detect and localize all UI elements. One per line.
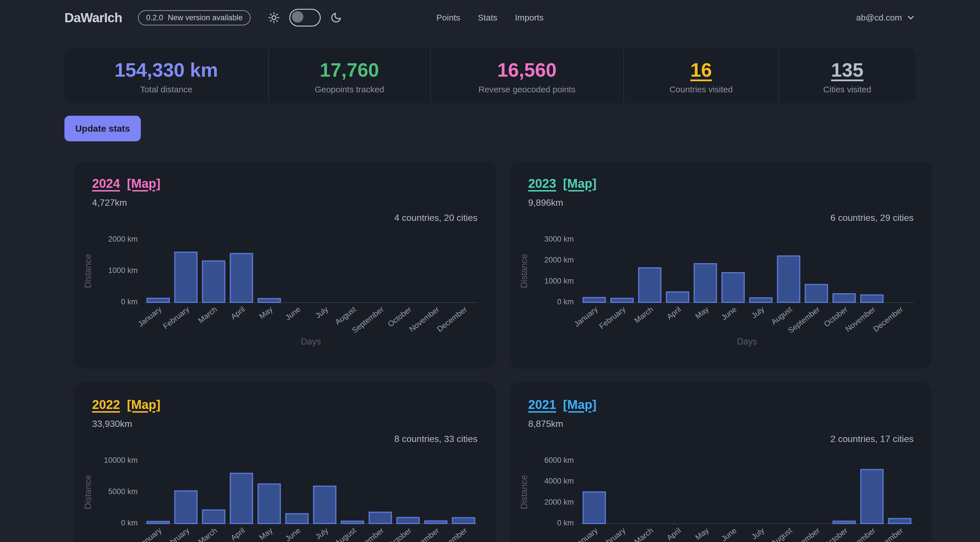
monthly-distance-chart: 0 km1000 km2000 km3000 kmJanuaryFebruary… — [515, 233, 913, 351]
svg-text:July: July — [750, 526, 766, 542]
year-card-2022: 2022 [Map] 33,930km 8 countries, 33 citi… — [74, 382, 496, 542]
nav-item-imports[interactable]: Imports — [515, 13, 544, 22]
stat-geopoints: 17,760 Geopoints tracked — [268, 48, 430, 103]
svg-text:January: January — [136, 526, 163, 542]
svg-text:July: July — [750, 305, 766, 320]
svg-text:May: May — [694, 526, 710, 542]
bar-chart-2023: 0 km1000 km2000 km3000 kmJanuaryFebruary… — [515, 233, 913, 350]
svg-text:0 km: 0 km — [557, 297, 574, 306]
summary-text: 4 countries, 20 cities — [92, 213, 477, 223]
svg-text:August: August — [770, 305, 794, 327]
theme-toggle[interactable] — [290, 9, 321, 27]
distance-text: 8,875km — [528, 419, 913, 429]
svg-text:February: February — [161, 526, 191, 542]
year-link[interactable]: 2023 — [528, 176, 556, 190]
stat-label: Geopoints tracked — [315, 85, 384, 94]
svg-text:July: July — [314, 526, 330, 542]
version-badge[interactable]: 0.2.0 New version available — [138, 10, 251, 25]
dashboard-page: DaWarIch 0.2.0 New version available — [0, 0, 980, 542]
toggle-knob — [292, 11, 303, 22]
summary-text: 6 countries, 29 cities — [528, 213, 913, 223]
main-nav: Points Stats Imports — [436, 13, 544, 22]
user-email: ab@cd.com — [856, 13, 902, 22]
year-link[interactable]: 2022 — [92, 397, 120, 412]
nav-item-stats[interactable]: Stats — [478, 13, 497, 22]
svg-text:May: May — [258, 305, 274, 321]
svg-text:1000 km: 1000 km — [108, 266, 138, 275]
stat-value: 154,330 km — [115, 59, 218, 81]
svg-text:April: April — [665, 526, 683, 542]
svg-text:December: December — [435, 526, 469, 542]
summary-text: 2 countries, 17 cities — [528, 434, 913, 444]
svg-text:3000 km: 3000 km — [544, 235, 574, 243]
svg-text:June: June — [284, 526, 302, 542]
svg-text:March: March — [197, 305, 219, 325]
svg-text:10000 km: 10000 km — [104, 456, 138, 464]
bar-chart-2022: 0 km5000 km10000 kmJanuaryFebruaryMarchA… — [80, 454, 477, 542]
svg-text:October: October — [822, 305, 849, 329]
cities-visited-link[interactable]: 135 — [831, 59, 864, 81]
update-stats-button[interactable]: Update stats — [64, 116, 141, 141]
svg-text:December: December — [435, 305, 469, 334]
svg-text:February: February — [597, 305, 627, 331]
distance-text: 4,727km — [92, 197, 477, 208]
chevron-down-icon — [906, 13, 916, 22]
svg-text:December: December — [872, 526, 905, 542]
map-link[interactable]: [Map] — [563, 397, 596, 412]
monthly-distance-chart: 0 km2000 km4000 km6000 kmJanuaryFebruary… — [515, 454, 913, 542]
sun-icon — [268, 12, 280, 23]
svg-text:2000 km: 2000 km — [108, 235, 138, 243]
map-link[interactable]: [Map] — [127, 397, 160, 412]
svg-text:Distance: Distance — [519, 475, 529, 509]
svg-text:November: November — [407, 305, 441, 334]
svg-text:April: April — [229, 305, 247, 321]
year-link[interactable]: 2024 — [92, 176, 120, 190]
svg-text:June: June — [720, 305, 738, 322]
year-card-2023: 2023 [Map] 9,896km 6 countries, 29 citie… — [510, 161, 932, 369]
stat-total-distance: 154,330 km Total distance — [64, 48, 268, 103]
svg-text:January: January — [573, 526, 600, 542]
svg-text:2000 km: 2000 km — [544, 498, 574, 506]
svg-text:August: August — [334, 305, 358, 327]
card-header: 2024 [Map] — [92, 176, 477, 191]
svg-text:April: April — [665, 305, 683, 321]
monthly-distance-chart: 0 km5000 km10000 kmJanuaryFebruaryMarchA… — [80, 454, 477, 542]
svg-text:0 km: 0 km — [557, 519, 574, 527]
year-card-2021: 2021 [Map] 8,875km 2 countries, 17 citie… — [510, 382, 932, 542]
svg-text:July: July — [314, 305, 330, 320]
svg-text:June: June — [284, 305, 302, 322]
summary-text: 8 countries, 33 cities — [92, 434, 477, 444]
stat-label: Cities visited — [823, 85, 871, 94]
top-navbar: DaWarIch 0.2.0 New version available — [0, 0, 980, 35]
svg-text:March: March — [633, 305, 655, 325]
svg-text:March: March — [197, 526, 219, 542]
svg-text:February: February — [597, 526, 627, 542]
map-link[interactable]: [Map] — [563, 176, 596, 190]
card-header: 2022 [Map] — [92, 397, 477, 412]
svg-text:October: October — [386, 526, 413, 542]
svg-text:May: May — [258, 526, 274, 542]
svg-text:November: November — [844, 526, 877, 542]
stat-label: Reverse geocoded points — [478, 85, 575, 94]
distance-text: 33,930km — [92, 419, 477, 429]
map-link[interactable]: [Map] — [127, 176, 160, 190]
nav-item-points[interactable]: Points — [436, 13, 460, 22]
user-menu[interactable]: ab@cd.com — [856, 13, 916, 22]
stat-label: Total distance — [140, 85, 192, 94]
countries-visited-link[interactable]: 16 — [690, 59, 712, 81]
svg-text:November: November — [407, 526, 441, 542]
svg-text:Days: Days — [737, 337, 757, 346]
main-content: 154,330 km Total distance 17,760 Geopoin… — [0, 48, 980, 542]
stat-value: 16,560 — [497, 59, 557, 81]
svg-text:Distance: Distance — [83, 475, 93, 509]
year-cards-grid: 2024 [Map] 4,727km 4 countries, 20 citie… — [74, 161, 906, 542]
bar-chart-2021: 0 km2000 km4000 km6000 kmJanuaryFebruary… — [515, 454, 913, 542]
svg-text:Distance: Distance — [519, 254, 529, 288]
year-card-2024: 2024 [Map] 4,727km 4 countries, 20 citie… — [74, 161, 496, 369]
svg-text:0 km: 0 km — [121, 519, 138, 527]
svg-text:March: March — [633, 526, 655, 542]
svg-text:5000 km: 5000 km — [108, 487, 138, 496]
svg-text:December: December — [872, 305, 905, 334]
year-link[interactable]: 2021 — [528, 397, 556, 412]
svg-text:January: January — [573, 305, 600, 329]
